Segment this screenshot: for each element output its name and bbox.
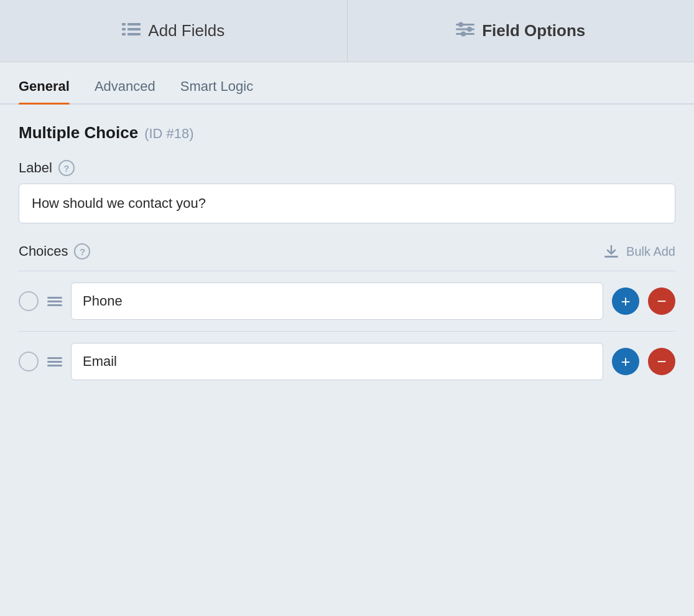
svg-rect-3 (127, 28, 141, 30)
field-options-panel[interactable]: Field Options (348, 0, 695, 62)
svg-rect-2 (122, 28, 126, 30)
plus-icon-1: + (621, 293, 630, 309)
add-fields-title: Add Fields (148, 21, 224, 40)
svg-rect-12 (604, 256, 618, 258)
tab-general[interactable]: General (19, 78, 70, 103)
field-title-row: Multiple Choice (ID #18) (19, 123, 675, 142)
svg-rect-5 (127, 33, 141, 35)
label-input[interactable] (19, 184, 675, 223)
add-choice-button-2[interactable]: + (612, 348, 639, 375)
add-choice-button-1[interactable]: + (612, 287, 639, 315)
field-options-title: Field Options (482, 21, 585, 40)
svg-rect-0 (122, 23, 126, 26)
label-section-header: Label ? (19, 160, 675, 176)
svg-rect-1 (127, 23, 141, 26)
tabs-row: General Advanced Smart Logic (0, 62, 694, 105)
bulk-add-button[interactable]: Bulk Add (603, 244, 675, 259)
svg-point-9 (458, 22, 463, 27)
choices-text: Choices (19, 243, 68, 259)
label-text: Label (19, 160, 52, 176)
drag-handle-1[interactable] (47, 297, 62, 306)
choices-help-icon[interactable]: ? (74, 243, 90, 259)
svg-rect-4 (122, 33, 126, 35)
field-id-badge: (ID #18) (144, 126, 193, 142)
tab-smart-logic[interactable]: Smart Logic (180, 78, 253, 103)
main-content: Multiple Choice (ID #18) Label ? Choices… (0, 105, 694, 391)
bulk-add-label: Bulk Add (626, 245, 675, 259)
choice-row-1: + − (19, 271, 675, 331)
label-help-icon[interactable]: ? (58, 160, 75, 176)
list-icon (122, 22, 141, 40)
top-header: Add Fields Field Options (0, 0, 694, 62)
choice-row-2: + − (19, 331, 675, 391)
svg-point-11 (461, 31, 466, 36)
minus-icon-1: − (657, 293, 666, 309)
remove-choice-button-2[interactable]: − (648, 348, 675, 375)
choice-radio-1[interactable] (19, 291, 39, 311)
minus-icon-2: − (657, 353, 666, 370)
choices-header: Choices ? Bulk Add (19, 243, 675, 259)
choice-radio-2[interactable] (19, 352, 39, 371)
tab-advanced[interactable]: Advanced (95, 78, 155, 103)
choice-input-2[interactable] (71, 343, 603, 380)
svg-point-10 (467, 27, 472, 32)
drag-handle-2[interactable] (47, 357, 62, 366)
choice-input-1[interactable] (71, 282, 603, 320)
plus-icon-2: + (621, 353, 630, 370)
field-type-name: Multiple Choice (19, 123, 138, 142)
bulk-add-icon (603, 244, 620, 259)
choices-label-group: Choices ? (19, 243, 90, 259)
add-fields-panel[interactable]: Add Fields (0, 0, 348, 62)
remove-choice-button-1[interactable]: − (648, 287, 675, 315)
sliders-icon (456, 22, 474, 40)
